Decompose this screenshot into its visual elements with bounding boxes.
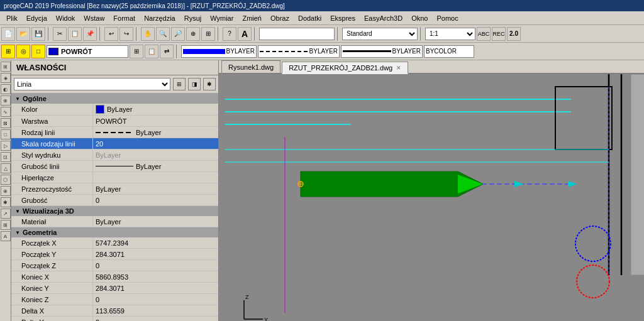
zoom4-btn[interactable]: ⊞ xyxy=(201,27,215,41)
copy-btn[interactable]: 📋 xyxy=(68,27,82,41)
sidebar-btn-7[interactable]: □ xyxy=(1,129,11,139)
tab-rzut-close[interactable]: ✕ xyxy=(396,65,401,71)
value-warstwa[interactable]: POWRÓT xyxy=(93,116,218,126)
section-ogolne[interactable]: Ogólne xyxy=(11,94,218,104)
color-combo[interactable]: BYLAYER xyxy=(181,45,257,58)
menu-widok[interactable]: Widok xyxy=(52,13,79,23)
menu-rysuj[interactable]: Rysuj xyxy=(180,13,206,23)
pan-btn[interactable]: ✋ xyxy=(141,27,155,41)
canvas-area[interactable]: Y Z xyxy=(219,74,644,321)
label-grubosc-linii: Grubość linii xyxy=(11,161,93,171)
menu-wymiar[interactable]: Wymiar xyxy=(206,13,237,23)
value-kolor[interactable]: ByLayer xyxy=(93,104,218,115)
zoom3-btn[interactable]: ⊕ xyxy=(186,27,200,41)
sidebar-btn-15[interactable]: ⊞ xyxy=(1,220,11,230)
value-koniec-z[interactable]: 0 xyxy=(93,294,218,305)
props-btn-2[interactable]: ◨ xyxy=(188,78,201,90)
menu-okno[interactable]: Okno xyxy=(408,13,431,23)
menu-ekspres[interactable]: Ekspres xyxy=(326,13,359,23)
value-delta-x[interactable]: 113.6559 xyxy=(93,305,218,316)
section-wizualizacja-label: Wizualizacja 3D xyxy=(23,207,74,215)
extra2-btn[interactable]: REC xyxy=(492,27,506,41)
save-btn[interactable]: 💾 xyxy=(31,27,45,41)
value-przezroczystosc[interactable]: ByLayer xyxy=(93,183,218,194)
value-koniec-y[interactable]: 284.3071 xyxy=(93,283,218,293)
layer-props-btn[interactable]: ⊞ xyxy=(130,45,143,58)
value-poczatek-y[interactable]: 284.3071 xyxy=(93,249,218,259)
props-btn-1[interactable]: ⊞ xyxy=(173,78,186,90)
open-btn[interactable]: 📂 xyxy=(16,27,30,41)
menu-dodatki[interactable]: Dodatki xyxy=(294,13,325,23)
zoom-btn[interactable]: 🔍 xyxy=(156,27,170,41)
row-poczatek-x: Początek X 5747.2394 xyxy=(11,237,218,249)
menu-narzedzia[interactable]: Narzędzia xyxy=(140,13,179,23)
menu-zmien[interactable]: Zmień xyxy=(238,13,265,23)
redo-btn[interactable]: ↪ xyxy=(119,27,133,41)
value-poczatek-z[interactable]: 0 xyxy=(93,260,218,271)
sidebar-btn-13[interactable]: ✱ xyxy=(1,197,11,207)
layer-match-btn[interactable]: ⇄ xyxy=(160,45,174,58)
command-input[interactable] xyxy=(259,28,335,40)
extra3-btn[interactable]: 2.0 xyxy=(507,27,521,41)
zoom2-btn[interactable]: 🔎 xyxy=(171,27,185,41)
row-skala-rodzaju[interactable]: Skala rodzaju linii 20 xyxy=(11,138,218,150)
label-przezroczystosc: Przezroczystość xyxy=(11,183,93,194)
menu-pomoc[interactable]: Pomoc xyxy=(433,13,462,23)
scale-combo[interactable]: 1:1 xyxy=(425,28,475,40)
tab-rzut[interactable]: RZUT_PRZEKRÓJ_ZADB21.dwg ✕ xyxy=(282,62,408,74)
object-type-combo[interactable]: Linia xyxy=(14,78,170,90)
label-hiperlacze: Hiperłącze xyxy=(11,172,93,183)
snap2-btn[interactable]: ◎ xyxy=(16,45,30,58)
menu-plik[interactable]: Plik xyxy=(3,13,21,23)
sidebar-btn-9[interactable]: ⊡ xyxy=(1,152,11,162)
layer-combo[interactable]: Standard xyxy=(342,28,418,40)
new-btn[interactable]: 📄 xyxy=(1,27,15,41)
menu-easyarch[interactable]: EasyArch3D xyxy=(360,13,406,23)
menu-wstaw[interactable]: Wstaw xyxy=(80,13,108,23)
props-content: Ogólne Kolor ByLayer Warstwa POWRÓT Rodz… xyxy=(11,94,218,321)
section-geometria[interactable]: Geometria xyxy=(11,227,218,237)
sidebar-btn-4[interactable]: ⊕ xyxy=(1,95,11,106)
extra1-btn[interactable]: ABC xyxy=(477,27,491,41)
sidebar-btn-16[interactable]: A xyxy=(1,231,11,241)
sidebar-btn-12[interactable]: ⊕ xyxy=(1,186,11,196)
value-hiperlacze[interactable] xyxy=(93,172,218,183)
snap1-btn[interactable]: ⊞ xyxy=(1,45,15,58)
layer-state-btn[interactable]: 📋 xyxy=(145,45,158,58)
value-grubosc[interactable]: 0 xyxy=(93,195,218,205)
powrot-combo[interactable]: POWRÓT xyxy=(47,45,128,58)
props-btn-3[interactable]: ✱ xyxy=(203,78,216,90)
sidebar-btn-1[interactable]: ⊞ xyxy=(1,62,11,72)
help-btn[interactable]: ? xyxy=(223,27,236,41)
tab-rysunek1[interactable]: Rysunek1.dwg xyxy=(221,60,280,73)
menu-edycja[interactable]: Edycja xyxy=(23,13,51,23)
text-btn[interactable]: A xyxy=(238,27,252,41)
sidebar-btn-8[interactable]: ▷ xyxy=(1,141,11,151)
value-poczatek-x[interactable]: 5747.2394 xyxy=(93,237,218,248)
lineweight-combo[interactable]: BYLAYER xyxy=(341,45,423,58)
snap3-btn[interactable]: □ xyxy=(31,45,45,58)
section-wizualizacja[interactable]: Wizualizacja 3D xyxy=(11,206,218,216)
cut-btn[interactable]: ✂ xyxy=(53,27,67,41)
undo-btn[interactable]: ↩ xyxy=(104,27,118,41)
sidebar-btn-11[interactable]: ⬡ xyxy=(1,175,11,185)
sidebar-btn-6[interactable]: ⊠ xyxy=(1,118,11,128)
sidebar-btn-3[interactable]: ◐ xyxy=(1,84,11,94)
plotstyle-combo[interactable]: BYCOLOR xyxy=(424,45,474,58)
value-koniec-x[interactable]: 5860.8953 xyxy=(93,271,218,282)
sidebar-btn-14[interactable]: ↗ xyxy=(1,209,11,219)
sidebar-btn-10[interactable]: △ xyxy=(1,163,11,173)
sidebar-btn-5[interactable]: ∿ xyxy=(1,107,11,117)
value-grubosc-linii[interactable]: ByLayer xyxy=(93,161,218,171)
menu-format[interactable]: Format xyxy=(109,13,139,23)
sidebar-btn-2[interactable]: ◈ xyxy=(1,73,11,83)
menu-obraz[interactable]: Obraz xyxy=(267,13,293,23)
value-delta-y[interactable]: 0 xyxy=(93,317,218,321)
value-rodzaj-linii[interactable]: ByLayer xyxy=(93,127,218,138)
paste-btn[interactable]: 📌 xyxy=(83,27,97,41)
sep6 xyxy=(337,27,340,41)
linetype-combo[interactable]: BYLAYER xyxy=(258,45,340,58)
value-material[interactable]: ByLayer xyxy=(93,216,218,227)
value-skala-rodzaju[interactable]: 20 xyxy=(93,138,218,149)
value-styl-wydruku[interactable]: ByLayer xyxy=(93,150,218,160)
